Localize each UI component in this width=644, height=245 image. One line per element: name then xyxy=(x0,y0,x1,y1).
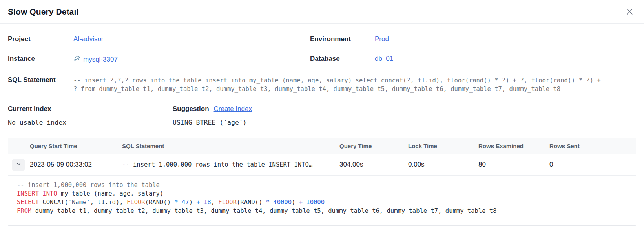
column-header-query-time: Query Time xyxy=(339,143,408,149)
cell-lock-time: 0.00s xyxy=(408,161,478,169)
index-section: Current Index No usable index Suggestion… xyxy=(0,93,644,126)
environment-label: Environment xyxy=(310,35,375,43)
modal-header: Slow Query Detail xyxy=(0,0,644,24)
chevron-down-icon xyxy=(16,161,22,168)
close-icon xyxy=(626,11,634,17)
environment-link[interactable]: Prod xyxy=(375,35,389,43)
cell-query-start-time: 2023-05-09 00:33:02 xyxy=(30,161,122,169)
suggestion-index-value: USING BTREE (`age`) xyxy=(173,119,252,126)
close-button[interactable] xyxy=(624,6,635,17)
current-index-block: Current Index No usable index xyxy=(8,105,173,126)
slow-query-table: Query Start Time SQL Statement Query Tim… xyxy=(8,138,636,226)
instance-label: Instance xyxy=(8,55,73,63)
slow-query-detail-modal: Slow Query Detail Project AI-advisor Env… xyxy=(0,0,644,226)
create-index-link[interactable]: Create Index xyxy=(214,105,252,113)
project-link[interactable]: AI-advisor xyxy=(73,35,104,43)
column-header-query-start-time: Query Start Time xyxy=(30,143,122,149)
expanded-sql: -- insert 1,000,000 rows into the tableI… xyxy=(8,176,636,225)
table-header-row: Query Start Time SQL Statement Query Tim… xyxy=(8,138,636,154)
column-header-sql-statement: SQL Statement xyxy=(122,143,339,149)
info-section: Project AI-advisor Environment Prod Inst… xyxy=(0,24,644,93)
cell-rows-sent: 0 xyxy=(549,161,636,169)
row-expand-button[interactable] xyxy=(12,159,25,171)
suggestion-block: Suggestion Create Index USING BTREE (`ag… xyxy=(173,105,252,126)
sql-statement-text: -- insert ?,?,? rows into the table inse… xyxy=(73,76,601,93)
cell-rows-examined: 80 xyxy=(478,161,549,169)
page-title: Slow Query Detail xyxy=(8,7,78,16)
table-row: 2023-05-09 00:33:02 -- insert 1,000,000 … xyxy=(8,154,636,176)
cell-sql-preview: -- insert 1,000,000 rows into the table … xyxy=(122,161,339,168)
column-header-rows-examined: Rows Examined xyxy=(478,143,549,149)
suggestion-label: Suggestion xyxy=(173,105,209,113)
sql-statement-label: SQL Statement xyxy=(8,76,73,84)
current-index-label: Current Index xyxy=(8,105,51,113)
column-header-rows-sent: Rows Sent xyxy=(549,143,636,149)
mysql-dolphin-icon xyxy=(73,55,81,64)
current-index-value: No usable index xyxy=(8,119,173,126)
column-header-lock-time: Lock Time xyxy=(408,143,478,149)
database-label: Database xyxy=(310,55,375,63)
database-link[interactable]: db_01 xyxy=(375,55,393,62)
project-label: Project xyxy=(8,35,73,43)
instance-link[interactable]: mysql-3307 xyxy=(83,56,118,64)
cell-query-time: 304.00s xyxy=(339,161,408,169)
